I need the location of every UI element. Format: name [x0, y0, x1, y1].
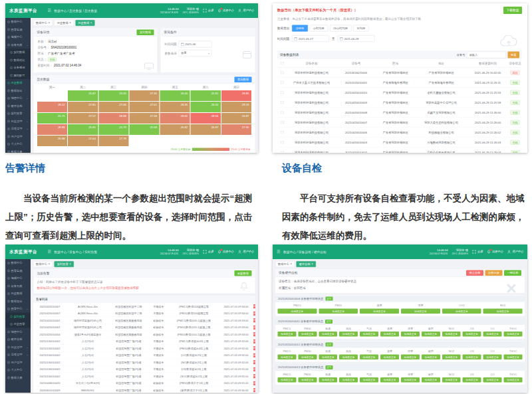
category-chip[interactable]: 小时均值 [309, 25, 328, 32]
date-to-input[interactable]: 2021-06-28 [338, 35, 375, 42]
sidebar-item[interactable]: 告警中心⌄ [5, 305, 31, 313]
calendar-day-cell[interactable]: 28.85 [221, 90, 251, 101]
search-button[interactable]: 搜索 [508, 52, 520, 58]
sensor-status-button[interactable]: 传感器正常 [504, 355, 523, 360]
user-menu[interactable]: 用户中心 [507, 250, 524, 254]
handle-alarm-button[interactable]: 处理 [253, 304, 255, 309]
handle-alarm-button[interactable]: 处理 [253, 332, 255, 337]
sidebar-item[interactable]: 数据大屏 [5, 148, 31, 153]
sidebar-item[interactable]: 个人中心 [5, 366, 31, 374]
sidebar-item[interactable]: 视频中心 [5, 274, 31, 282]
sidebar-item[interactable]: 历史告警 [5, 320, 31, 328]
calendar-day-cell[interactable]: 28.68 [98, 113, 128, 124]
sensor-status-button[interactable]: 传感器正常 [504, 332, 523, 337]
refresh-button[interactable]: 刷新数据 [235, 270, 252, 276]
sidebar-item[interactable]: 用户管理 [5, 133, 31, 141]
green-action-button[interactable]: 一键自检 [504, 270, 521, 276]
calendar-day-cell[interactable]: 28.19 [221, 102, 251, 112]
sidebar-item[interactable]: 地图中心 [5, 328, 31, 336]
calendar-day-cell[interactable]: 28.22 [37, 102, 67, 112]
tab-chip[interactable]: 数据中心× [33, 20, 53, 26]
row-checkbox[interactable] [277, 81, 287, 84]
hamburger-icon[interactable]: ☰ [277, 250, 280, 254]
sidebar-item[interactable]: 用户管理 [5, 359, 31, 367]
row-checkbox[interactable] [277, 131, 287, 134]
handle-alarm-button[interactable]: 处理 [253, 346, 255, 351]
calendar-day-cell[interactable]: 26.87 [221, 113, 251, 124]
sidebar-item[interactable]: 数据对比 [5, 56, 31, 64]
sidebar-item[interactable]: 历史数据 [5, 290, 31, 298]
sensor-status-button[interactable]: 传感器正常 [463, 377, 481, 383]
sensor-status-button[interactable]: 传感器正常 [442, 377, 461, 383]
sensor-status-button[interactable]: 传感器正常 [463, 332, 481, 337]
handle-alarm-button[interactable]: 处理 [253, 311, 255, 316]
sensor-status-button[interactable]: 传感器正常 [339, 355, 358, 360]
sensor-status-button[interactable]: 传感器正常 [442, 332, 461, 337]
sensor-status-button[interactable]: 传感器正常 [319, 332, 337, 337]
tab-chip[interactable]: 硬件自检× [297, 261, 316, 267]
calendar-day-cell[interactable]: 27.61 [129, 102, 159, 112]
sensor-status-button[interactable]: 传感器正常 [401, 355, 420, 360]
calendar-day-cell[interactable]: 27.66 [98, 102, 128, 112]
sidebar-item[interactable]: 数据中心 [5, 259, 31, 267]
sidebar-item[interactable]: 硬件自检 [5, 102, 31, 110]
sidebar-item[interactable]: 运维管理⌄ [5, 351, 31, 359]
calendar-day-cell[interactable]: 28.89 [37, 124, 67, 135]
user-menu[interactable]: 用户中心 [238, 250, 255, 254]
calendar-day-cell[interactable]: 25.85 [68, 124, 98, 135]
tab-chip[interactable]: 历史数据× [75, 20, 94, 26]
calendar-day-cell[interactable]: 27.78 [98, 136, 128, 146]
realtime-data-button[interactable]: 实时数据 [137, 29, 154, 35]
search-input[interactable] [467, 52, 506, 58]
category-chip[interactable]: 日均值 [353, 25, 369, 32]
row-checkbox[interactable] [277, 141, 287, 144]
sidebar-item[interactable]: 数据导出 [5, 298, 31, 306]
sensor-status-button[interactable]: 传感器正常 [298, 355, 317, 360]
handle-alarm-button[interactable]: 处理 [253, 353, 255, 357]
table-row[interactable]: 深圳市科环境科技有限公司20210616070006广东省深圳市福田区广东省深圳… [277, 68, 522, 78]
calendar-day-cell[interactable]: 28.94 [191, 113, 221, 124]
close-icon[interactable]: × [90, 21, 92, 25]
notifications-button[interactable]: 消息中心 [217, 9, 234, 13]
sensor-status-button[interactable]: 传感器正常 [483, 355, 502, 360]
hamburger-icon[interactable]: ☰ [48, 250, 51, 254]
sensor-status-button[interactable]: 传感器正常 [463, 355, 481, 360]
sidebar-item[interactable]: 视频中心 [5, 33, 31, 41]
sensor-status-button[interactable]: 传感器正常 [380, 377, 399, 383]
sidebar-item[interactable]: 数据大屏 [5, 374, 31, 382]
param-select[interactable]: 温度 ▾ [179, 50, 212, 56]
row-checkbox[interactable] [277, 71, 287, 74]
sidebar-item[interactable]: 运维管理⌄ [5, 125, 31, 133]
sensor-status-button[interactable]: 传感器正常 [360, 377, 378, 383]
sidebar-item[interactable]: 实时告警 [5, 313, 31, 321]
handle-alarm-button[interactable]: 处理 [253, 388, 255, 393]
close-icon[interactable]: × [291, 262, 293, 266]
sidebar-item[interactable]: 地图中心⌄ [5, 94, 31, 102]
table-row[interactable]: 广州市大新工艺技术有限公司20210105010001广东省珠海市香洲区广东省珠… [277, 78, 522, 88]
calendar-day-cell[interactable]: 27.57 [68, 113, 98, 124]
calendar-day-cell[interactable]: 28.65 [160, 113, 190, 124]
fullscreen-button[interactable]: 全屏 [472, 250, 483, 254]
sensor-status-button[interactable]: 传感器正常 [483, 332, 502, 337]
handle-alarm-button[interactable]: 处理 [253, 381, 255, 385]
sensor-status-button[interactable]: 传感器正常 [504, 377, 523, 383]
handle-alarm-button[interactable]: 处理 [253, 367, 255, 371]
handle-alarm-button[interactable]: 处理 [253, 360, 255, 365]
sensor-status-button[interactable]: 传感器正常 [422, 332, 440, 337]
sensor-status-button[interactable]: 传感器正常 [278, 377, 297, 383]
close-icon[interactable]: × [49, 262, 51, 266]
calendar-day-cell[interactable]: 26.05 [160, 90, 190, 101]
tab-chip[interactable]: 数据中心× [275, 261, 295, 267]
table-row[interactable]: 深圳市科环境科技有限公司20210420010009广东省深圳市福田区深圳市高新… [277, 98, 522, 108]
notifications-button[interactable]: 消息中心 [217, 250, 234, 254]
fullscreen-button[interactable]: 全屏 [203, 250, 213, 254]
handle-alarm-button[interactable]: 处理 [253, 339, 255, 344]
notifications-button[interactable]: 消息中心 [487, 250, 503, 254]
user-menu[interactable]: 用户中心 [238, 9, 255, 13]
calendar-day-cell[interactable]: 25.79 [98, 124, 128, 135]
calendar-day-cell[interactable]: 28.35 [160, 102, 190, 112]
region-value[interactable]: 全部区域 [294, 286, 306, 290]
sensor-status-button[interactable]: 传感器正常 [298, 332, 317, 337]
query-data-button[interactable]: 查询数据 [235, 76, 252, 82]
download-button[interactable]: 下载数据 [503, 7, 522, 14]
